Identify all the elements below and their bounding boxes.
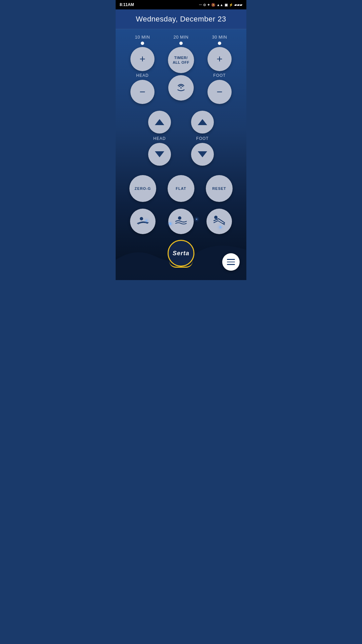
svg-point-0 <box>180 87 182 89</box>
position-wave-button[interactable] <box>168 209 194 234</box>
foot-label: FOOT <box>213 73 226 78</box>
zero-g-label: ZERO-G <box>135 186 151 191</box>
serta-brand-name: Serta <box>173 250 189 257</box>
svg-point-3 <box>214 216 218 219</box>
timer-10min-col: 10 MIN HEAD <box>130 35 155 104</box>
svg-point-2 <box>178 216 181 220</box>
timer-30min-col: 30 MIN FOOT <box>207 35 232 104</box>
arrow-up-icon <box>198 119 207 125</box>
head-lower-button[interactable] <box>148 143 171 166</box>
minus-icon <box>139 86 145 98</box>
sim-icon: ▣ <box>225 3 228 7</box>
timer-30min-dot <box>218 42 221 45</box>
position-head-up-icon <box>212 214 227 229</box>
timer-10min-label: 10 MIN <box>135 35 150 40</box>
flat-label: FLAT <box>176 186 186 191</box>
foot-adjust-col: FOOT <box>191 111 214 166</box>
timer-all-off-label: TIMER/ALL OFF <box>173 55 189 65</box>
foot-down-button[interactable] <box>207 80 232 104</box>
battery-icon: ▰▰▰ <box>234 3 242 7</box>
arrow-up-icon <box>155 119 164 125</box>
status-bar: 8:11AM ··· ⊙ ✦ 🔕 ▲▲ ▣ ⚡ ▰▰▰ <box>116 0 246 9</box>
menu-line-1 <box>227 259 235 260</box>
bluetooth-icon: ✦ <box>207 3 210 7</box>
timer-section: 10 MIN HEAD 20 MIN TIMER/ALL OFF <box>116 29 246 104</box>
head-adjust-label: HEAD <box>153 136 166 141</box>
foot-raise-button[interactable] <box>191 111 214 133</box>
star-decoration <box>169 223 171 225</box>
preset-section: ZERO-G FLAT RESET <box>116 166 246 202</box>
dots-icon: ··· <box>199 3 202 7</box>
head-foot-adjust-section: HEAD FOOT <box>116 104 246 166</box>
head-label: HEAD <box>136 73 148 78</box>
timer-20min-label: 20 MIN <box>174 35 189 40</box>
menu-line-3 <box>227 264 235 265</box>
mute-icon: 🔕 <box>211 3 215 7</box>
timer-10min-dot <box>141 42 144 45</box>
plus-icon <box>139 53 145 65</box>
arrow-down-icon <box>155 151 164 157</box>
head-adjust-col: HEAD <box>148 111 171 166</box>
wifi-icon: ▲▲ <box>217 3 223 7</box>
timer-all-off-button[interactable]: TIMER/ALL OFF <box>168 47 194 73</box>
header-date: Wednesday, December 23 <box>116 15 246 23</box>
position-section <box>116 202 246 234</box>
serta-arc-decoration <box>169 261 193 268</box>
foot-adjust-label: FOOT <box>196 136 208 141</box>
massage-icon <box>175 82 187 94</box>
timer-20min-dot <box>179 42 183 45</box>
position-head-up-button[interactable] <box>206 209 232 234</box>
serta-ring: Serta <box>168 240 194 267</box>
star-decoration <box>146 220 147 221</box>
star-decoration <box>220 226 221 228</box>
status-icons: ··· ⊙ ✦ 🔕 ▲▲ ▣ ⚡ ▰▰▰ <box>199 3 242 7</box>
reset-label: RESET <box>212 186 226 191</box>
massage-button[interactable] <box>168 75 194 101</box>
menu-line-2 <box>227 262 235 263</box>
minus-icon <box>217 86 223 98</box>
serta-logo: Serta <box>168 240 194 267</box>
bottom-area: Serta <box>116 233 246 280</box>
head-down-button[interactable] <box>130 80 155 104</box>
menu-button[interactable] <box>222 253 240 271</box>
position-wave-icon <box>174 214 188 229</box>
reset-button[interactable]: RESET <box>206 175 233 202</box>
timer-20min-col: 20 MIN TIMER/ALL OFF <box>168 35 194 101</box>
arrow-down-icon <box>198 151 207 157</box>
head-up-button[interactable] <box>130 47 155 71</box>
flat-button[interactable]: FLAT <box>168 175 194 202</box>
header: Wednesday, December 23 <box>116 9 246 29</box>
star-decoration <box>196 219 197 220</box>
timer-30min-label: 30 MIN <box>212 35 227 40</box>
main-content: 10 MIN HEAD 20 MIN TIMER/ALL OFF <box>116 29 246 280</box>
charging-icon: ⚡ <box>229 3 233 7</box>
foot-lower-button[interactable] <box>191 143 214 166</box>
head-raise-button[interactable] <box>148 111 171 133</box>
svg-point-1 <box>140 217 143 220</box>
zero-g-button[interactable]: ZERO-G <box>129 175 156 202</box>
status-time: 8:11AM <box>120 2 134 7</box>
position-flat-icon <box>135 214 150 229</box>
plus-icon <box>217 53 223 65</box>
sync-icon: ⊙ <box>203 3 206 7</box>
foot-up-button[interactable] <box>207 47 232 71</box>
position-flat-button[interactable] <box>130 209 156 234</box>
